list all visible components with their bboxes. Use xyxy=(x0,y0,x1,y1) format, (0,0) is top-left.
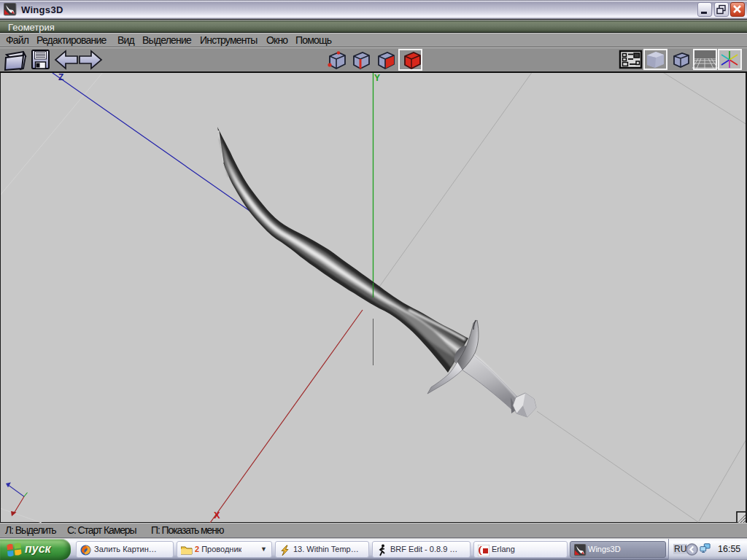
svg-text:Z: Z xyxy=(58,73,63,82)
svg-text:Y: Y xyxy=(374,73,380,83)
svg-text:X: X xyxy=(214,510,220,521)
